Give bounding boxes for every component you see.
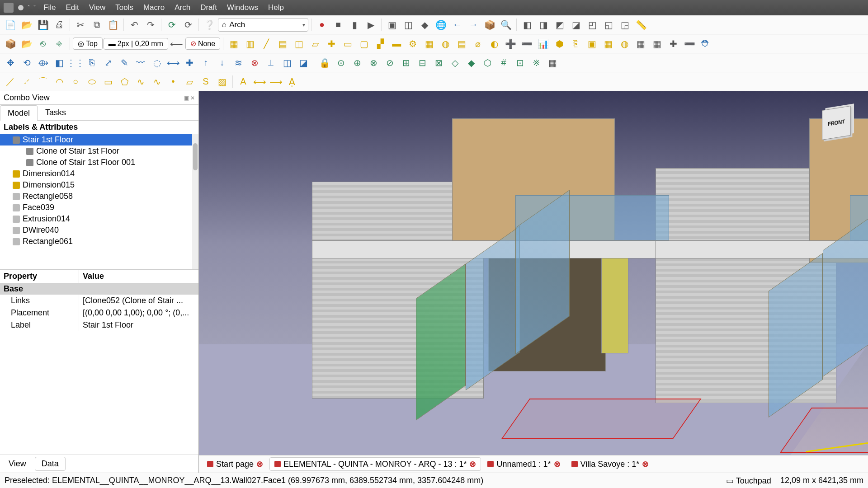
document-tab[interactable]: Unnamed1 : 1*⊗ — [483, 458, 565, 470]
nav-back-button[interactable]: ← — [449, 17, 465, 33]
view-top-button[interactable]: ◩ — [552, 17, 567, 33]
menu-view[interactable]: View — [85, 1, 110, 14]
draft-arc-button[interactable]: ◠ — [52, 74, 67, 89]
snap-endpoint-button[interactable]: ⊙ — [333, 55, 349, 70]
view-front-button[interactable]: ◨ — [536, 17, 551, 33]
snap-wp-button[interactable]: ※ — [528, 55, 544, 70]
draft-move-button[interactable]: ✥ — [3, 55, 18, 70]
chevron-up-icon[interactable]: ˄ — [27, 4, 30, 11]
tree-item[interactable]: DWire040 — [0, 225, 198, 236]
tree-item[interactable]: Stair 1st Floor — [0, 134, 198, 145]
window-dot[interactable] — [18, 5, 24, 10]
snap-angle-button[interactable]: ⊘ — [382, 55, 397, 70]
tree-item[interactable]: Dimension015 — [0, 179, 198, 191]
arch-frame-button[interactable]: ▦ — [421, 36, 437, 52]
draft-offset-button[interactable]: ⟴ — [35, 55, 51, 70]
arch-section-button[interactable]: ▭ — [340, 36, 355, 52]
tree-item[interactable]: Clone of Stair 1st Floor 001 — [0, 157, 198, 168]
paste-button[interactable]: 📋 — [105, 17, 121, 33]
3d-viewport[interactable]: FRONT Start page⊗ELEMENTAL - QUINTA - MO… — [199, 91, 868, 473]
arch-roof-button[interactable]: ▱ — [307, 36, 323, 52]
arch-axis-button[interactable]: ✚ — [324, 36, 339, 52]
menu-file[interactable]: File — [39, 1, 60, 14]
status-nav-mode[interactable]: ▭ Touchpad — [726, 476, 771, 486]
draft-down-button[interactable]: ↓ — [214, 55, 230, 70]
property-tab-view[interactable]: View — [2, 457, 33, 471]
close-icon[interactable]: ⊗ — [642, 459, 649, 469]
arch-structure-button[interactable]: ▥ — [242, 36, 258, 52]
arch-material-button[interactable]: ◍ — [438, 36, 453, 52]
snap-extension-button[interactable]: ⊠ — [431, 55, 446, 70]
arch-rebar-button[interactable]: ╱ — [259, 36, 274, 52]
combo-tab-tasks[interactable]: Tasks — [38, 105, 74, 120]
arch-tool-e[interactable]: ✚ — [665, 36, 681, 52]
line-style-pill[interactable]: ▬2px | 0,20 mm — [104, 38, 168, 50]
view-plane-pill[interactable]: ◎Top — [73, 38, 103, 50]
open-button[interactable]: 📂 — [19, 17, 34, 33]
tree-scrollbar[interactable] — [192, 134, 198, 269]
arch-tool-g[interactable]: ⛑ — [698, 36, 713, 52]
copy-button[interactable]: ⧉ — [89, 17, 104, 33]
arch-tool-f[interactable]: ➖ — [682, 36, 697, 52]
draft-shape2d-button[interactable]: ⟂ — [263, 55, 278, 70]
snap-grid-button[interactable]: ⊡ — [512, 55, 528, 70]
property-value[interactable]: [(0,00 0,00 1,00); 0,00 °; (0,... — [79, 307, 198, 319]
drawstyle-button[interactable]: ◆ — [417, 17, 432, 33]
part-button[interactable]: 📦 — [3, 36, 18, 52]
draft-bspline-button[interactable]: ∿ — [133, 74, 148, 89]
draft-edit-button[interactable]: ✎ — [117, 55, 132, 70]
view-bottom-button[interactable]: ◱ — [601, 17, 616, 33]
zoom-button[interactable]: 🔍 — [498, 17, 514, 33]
view-iso-button[interactable]: ◧ — [519, 17, 535, 33]
snap-dims-button[interactable]: ▦ — [545, 55, 560, 70]
snap-perpendicular-button[interactable]: ⊟ — [415, 55, 430, 70]
document-tab[interactable]: ELEMENTAL - QUINTA - MONROY - ARQ - 13 :… — [269, 457, 481, 471]
arch-schedule-button[interactable]: ▤ — [454, 36, 469, 52]
property-tab-data[interactable]: Data — [35, 457, 66, 471]
fill-style-pill[interactable]: ⊘None — [185, 38, 220, 50]
arch-clone-button[interactable]: ⎘ — [568, 36, 583, 52]
property-row[interactable]: Links[Clone052 (Clone of Stair ... — [0, 295, 198, 307]
tree-item[interactable]: Dimension014 — [0, 168, 198, 179]
combo-view-controls[interactable]: ▣ ✕ — [184, 95, 195, 101]
draft-wire2bsp-button[interactable]: 〰 — [133, 55, 148, 70]
view-right-button[interactable]: ◪ — [568, 17, 584, 33]
link-button[interactable]: 📦 — [482, 17, 497, 33]
draft-fillet-button[interactable]: ⌒ — [35, 74, 51, 89]
arch-tool-b[interactable]: ◍ — [617, 36, 632, 52]
property-value[interactable]: Stair 1st Floor — [79, 319, 198, 331]
tree-item[interactable]: Clone of Stair 1st Floor — [0, 145, 198, 157]
arch-stairs-button[interactable]: ▞ — [373, 36, 388, 52]
draft-line-button[interactable]: ／ — [3, 74, 18, 89]
draft-circle-button[interactable]: ○ — [68, 74, 83, 89]
property-row[interactable]: Placement[(0,00 0,00 1,00); 0,00 °; (0,.… — [0, 307, 198, 319]
tree-item[interactable]: Rectangle058 — [0, 191, 198, 202]
menu-arch[interactable]: Arch — [170, 1, 195, 14]
menu-tools[interactable]: Tools — [111, 1, 138, 14]
view-rear-button[interactable]: ◰ — [585, 17, 600, 33]
arch-pipe-button[interactable]: ⌀ — [470, 36, 486, 52]
macro-stop-button[interactable]: ■ — [330, 17, 346, 33]
menu-edit[interactable]: Edit — [61, 1, 83, 14]
draft-up-button[interactable]: ↑ — [198, 55, 213, 70]
model-tree[interactable]: Stair 1st FloorClone of Stair 1st FloorC… — [0, 134, 198, 270]
navigation-cube[interactable]: FRONT — [809, 96, 863, 150]
menu-macro[interactable]: Macro — [139, 1, 169, 14]
cut-button[interactable]: ✂ — [73, 17, 88, 33]
draft-join-button[interactable]: ✚ — [182, 55, 197, 70]
arch-window-button[interactable]: ◫ — [291, 36, 307, 52]
refresh2-button[interactable]: ⟳ — [180, 17, 196, 33]
combo-tab-model[interactable]: Model — [0, 105, 38, 121]
draft-ellipse-button[interactable]: ⬭ — [84, 74, 99, 89]
measure-button[interactable]: 📏 — [633, 17, 649, 33]
document-tab[interactable]: Villa Savoye : 1*⊗ — [567, 458, 654, 470]
print-button[interactable]: 🖨 — [52, 17, 67, 33]
globe-button[interactable]: 🌐 — [433, 17, 448, 33]
draft-dimension-button[interactable]: ⟷ — [252, 74, 267, 89]
close-icon[interactable]: ⊗ — [554, 459, 561, 469]
tree-item[interactable]: Extrusion014 — [0, 213, 198, 225]
draft-clone-button[interactable]: ⎘ — [84, 55, 99, 70]
group-button[interactable]: 📂 — [19, 36, 34, 52]
tree-item[interactable]: Face039 — [0, 202, 198, 213]
chevron-down-icon[interactable]: ˅ — [33, 4, 36, 11]
